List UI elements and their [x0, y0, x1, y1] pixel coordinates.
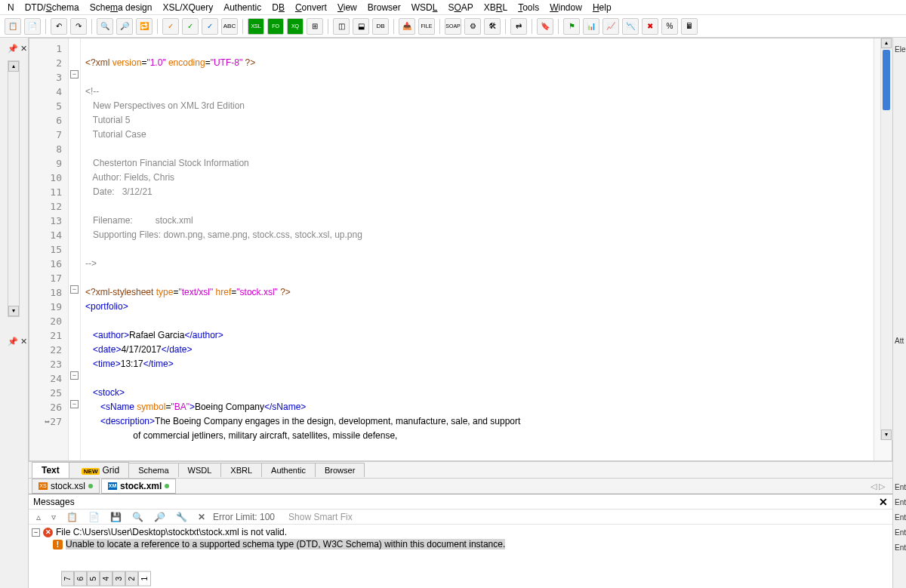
chart2-icon[interactable]: 📈: [602, 18, 619, 35]
compare-icon[interactable]: ⇄: [510, 18, 527, 35]
validate-all-icon[interactable]: ✓: [202, 18, 218, 35]
split-vert-icon[interactable]: ⬓: [353, 18, 369, 35]
msg-clear-icon[interactable]: ✕: [195, 512, 208, 522]
entities-tab4[interactable]: Ent: [895, 528, 906, 537]
message-tabstrip: 7 6 5 4 3 2 1: [61, 572, 151, 586]
fo-icon[interactable]: FO: [267, 18, 284, 35]
msg-find-icon[interactable]: 🔍: [129, 512, 146, 522]
menu-xsl-xquery[interactable]: XSL/XQuery: [158, 2, 217, 14]
msg-copy-icon[interactable]: 📋: [63, 512, 81, 522]
tab-grid[interactable]: NEW Grid: [69, 462, 129, 478]
menu-dtd-schema[interactable]: DTD/Schema: [20, 2, 84, 14]
find-next-icon[interactable]: 🔎: [116, 18, 133, 35]
settings-icon[interactable]: 🛠: [484, 18, 501, 35]
msg-filter-icon[interactable]: 🔧: [173, 512, 190, 522]
percent-icon[interactable]: %: [661, 18, 678, 35]
menu-view[interactable]: View: [333, 2, 362, 14]
filetab-stock-xsl[interactable]: XSstock.xsl: [32, 479, 100, 494]
fold-marker[interactable]: −: [70, 400, 79, 408]
close-icon[interactable]: ✕: [879, 496, 888, 508]
fold-marker[interactable]: −: [70, 285, 79, 294]
error-icon: ✕: [43, 528, 53, 537]
db-icon[interactable]: DB: [372, 18, 389, 35]
tab-browser[interactable]: Browser: [315, 463, 365, 477]
messages-body[interactable]: − ✕ File C:\Users\User\Desktop\stocktxt\…: [29, 525, 892, 588]
chart-icon[interactable]: 📊: [583, 18, 599, 35]
delete-icon[interactable]: ✖: [642, 18, 658, 35]
msg-tab-4[interactable]: 4: [100, 571, 112, 586]
copy-icon[interactable]: 📋: [5, 18, 21, 35]
attributes-tab[interactable]: Att: [895, 337, 904, 345]
entities-tab2[interactable]: Ent: [895, 498, 906, 506]
xsl-icon[interactable]: XSL: [248, 18, 264, 35]
bookmark-icon[interactable]: 🔖: [537, 18, 553, 35]
spellcheck-icon[interactable]: ABC: [221, 18, 238, 35]
msg-tab-1[interactable]: 1: [138, 571, 151, 586]
entities-tab5[interactable]: Ent: [895, 543, 906, 552]
menu-tools[interactable]: Tools: [513, 2, 544, 14]
soap-request-icon[interactable]: SOAP: [445, 18, 461, 35]
calc-icon[interactable]: 🖩: [681, 18, 698, 35]
gear-icon[interactable]: ⚙: [464, 18, 481, 35]
xq-icon[interactable]: XQ: [287, 18, 304, 35]
fold-marker[interactable]: −: [70, 371, 79, 380]
find-icon[interactable]: 🔍: [97, 18, 113, 35]
chart3-icon[interactable]: 📉: [622, 18, 639, 35]
tab-text[interactable]: Text: [32, 462, 69, 478]
fold-gutter: − − − −: [69, 38, 81, 460]
file-import-icon[interactable]: 📥: [399, 18, 415, 35]
msg-save-icon[interactable]: 💾: [107, 512, 125, 522]
pin2-icon[interactable]: 📌 ✕: [8, 337, 27, 346]
paste-icon[interactable]: 📄: [24, 18, 41, 35]
elements-tab[interactable]: Ele: [895, 45, 905, 54]
msg-tab-6[interactable]: 6: [74, 571, 87, 586]
menu-wsdl[interactable]: WSDL: [407, 2, 442, 14]
tab-wsdl[interactable]: WSDL: [178, 463, 222, 477]
pin-icon[interactable]: 📌 ✕: [8, 44, 27, 54]
tab-schema[interactable]: Schema: [128, 463, 178, 477]
entities-tab[interactable]: Ent: [895, 483, 906, 491]
left-scrollbar[interactable]: ▴ ▾: [8, 60, 20, 317]
msg-tab-2[interactable]: 2: [125, 571, 138, 586]
message-text: Unable to locate a reference to a suppor…: [66, 539, 505, 550]
split-horiz-icon[interactable]: ◫: [333, 18, 350, 35]
msg-tab-5[interactable]: 5: [87, 571, 100, 586]
menu-xbrl[interactable]: XBRL: [479, 2, 512, 14]
wellformed-check-icon[interactable]: ✓: [162, 18, 179, 35]
file-tabs: XSstock.xsl XMstock.xml ◁ ▷: [29, 478, 892, 494]
code-area[interactable]: <?xml version="1.0" encoding="UTF-8" ?> …: [81, 38, 874, 460]
menu-browser[interactable]: Browser: [363, 2, 405, 14]
msg-findnext-icon[interactable]: 🔎: [151, 512, 168, 522]
menu-bar: N DTD/Schema Schema design XSL/XQuery Au…: [0, 0, 906, 15]
menu-window[interactable]: Window: [545, 2, 587, 14]
redo-icon[interactable]: ↷: [70, 18, 87, 35]
menu-authentic[interactable]: Authentic: [219, 2, 266, 14]
undo-icon[interactable]: ↶: [51, 18, 67, 35]
message-text: File C:\Users\User\Desktop\stocktxt\stoc…: [56, 527, 287, 537]
grid-icon[interactable]: ⊞: [307, 18, 323, 35]
menu-schema-design[interactable]: Schema design: [85, 2, 157, 14]
fold-marker[interactable]: −: [32, 528, 40, 537]
entities-tab3[interactable]: Ent: [895, 513, 906, 522]
smartfix-link[interactable]: Show Smart Fix: [288, 512, 353, 522]
menu-convert[interactable]: Convert: [291, 2, 331, 14]
menu-db[interactable]: DB: [267, 2, 289, 14]
msg-copyall-icon[interactable]: 📄: [85, 512, 103, 522]
filetab-stock-xml[interactable]: XMstock.xml: [101, 479, 176, 494]
tab-authentic[interactable]: Authentic: [261, 463, 316, 477]
replace-icon[interactable]: 🔁: [136, 18, 153, 35]
menu-soap[interactable]: SOAP: [443, 2, 477, 14]
msg-tab-3[interactable]: 3: [112, 571, 125, 586]
fold-marker[interactable]: −: [70, 70, 79, 79]
editor-vscrollbar[interactable]: ▴ ▾: [880, 38, 892, 440]
msg-up-icon[interactable]: ▵: [33, 512, 44, 522]
tab-xbrl[interactable]: XBRL: [220, 463, 262, 477]
validate-icon[interactable]: ✓: [182, 18, 199, 35]
msg-down-icon[interactable]: ▿: [48, 512, 59, 522]
filetab-nav[interactable]: ◁ ▷: [866, 482, 889, 491]
msg-tab-7[interactable]: 7: [61, 571, 74, 586]
menu-n[interactable]: N: [3, 2, 19, 14]
flag-icon[interactable]: ⚑: [563, 18, 580, 35]
menu-help[interactable]: Help: [588, 2, 616, 14]
file-export-icon[interactable]: FILE: [418, 18, 435, 35]
